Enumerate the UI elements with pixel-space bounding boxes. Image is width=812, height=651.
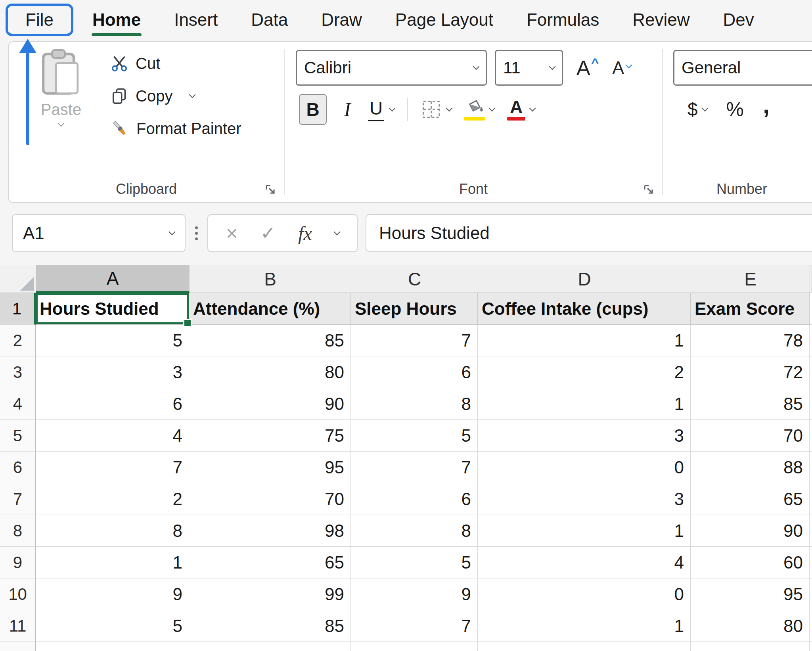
copy-button[interactable]: Copy	[110, 84, 241, 108]
row-header-4[interactable]: 4	[0, 388, 36, 420]
cell-A4[interactable]: 6	[36, 388, 189, 420]
cell-A9[interactable]: 1	[36, 547, 189, 578]
cell-C1[interactable]: Sleep Hours	[351, 293, 478, 325]
cell-B6[interactable]: 95	[189, 452, 351, 483]
formula-input[interactable]: Hours Studied	[366, 214, 812, 252]
cell-B4[interactable]: 90	[189, 388, 351, 420]
column-header-B[interactable]: B	[190, 265, 351, 293]
cell-E8[interactable]: 90	[691, 515, 810, 547]
fill-handle[interactable]	[183, 319, 192, 327]
cell-B9[interactable]: 65	[189, 547, 351, 578]
cell-E11[interactable]: 80	[691, 610, 810, 642]
cell-E7[interactable]: 65	[691, 483, 810, 515]
fill-color-button[interactable]	[464, 98, 494, 121]
underline-button[interactable]: U	[368, 98, 395, 121]
cell-E2[interactable]: 78	[691, 325, 810, 356]
cell-D9[interactable]: 4	[478, 547, 691, 578]
cell-A8[interactable]: 8	[36, 515, 189, 547]
cell-partial[interactable]	[351, 642, 478, 651]
cell-C10[interactable]: 9	[351, 578, 478, 610]
row-header-2[interactable]: 2	[0, 325, 36, 356]
tab-formulas[interactable]: Formulas	[510, 10, 616, 30]
cell-A6[interactable]: 7	[36, 452, 189, 483]
cell-D1[interactable]: Coffee Intake (cups)	[478, 293, 691, 325]
tab-file[interactable]: File	[6, 4, 73, 36]
cell-B10[interactable]: 99	[189, 578, 351, 610]
select-all-button[interactable]	[0, 265, 36, 293]
font-size-select[interactable]: 11	[495, 50, 563, 86]
comma-style-button[interactable]: ,	[763, 91, 770, 119]
cell-E10[interactable]: 95	[691, 578, 810, 610]
row-header-3[interactable]: 3	[0, 356, 36, 388]
cell-D11[interactable]: 1	[478, 610, 691, 642]
row-header-11[interactable]: 11	[0, 610, 36, 642]
column-header-C[interactable]: C	[351, 265, 478, 293]
clipboard-dialog-launcher[interactable]	[264, 183, 278, 197]
cell-A3[interactable]: 3	[36, 356, 189, 388]
cell-partial[interactable]	[478, 642, 691, 651]
cell-A5[interactable]: 4	[36, 420, 189, 452]
cell-C3[interactable]: 6	[351, 356, 478, 388]
formula-bar-grip[interactable]	[193, 226, 199, 240]
cell-B3[interactable]: 80	[189, 356, 351, 388]
font-dialog-launcher[interactable]	[642, 183, 656, 197]
cell-E5[interactable]: 70	[691, 420, 810, 452]
tab-home[interactable]: Home	[76, 10, 157, 30]
font-name-select[interactable]: Calibri	[296, 50, 487, 86]
cell-A2[interactable]: 5	[36, 325, 189, 356]
cell-E1[interactable]: Exam Score	[691, 293, 810, 325]
cell-E9[interactable]: 60	[691, 547, 810, 578]
cell-partial[interactable]	[810, 388, 812, 420]
cell-B8[interactable]: 98	[189, 515, 351, 547]
cell-B2[interactable]: 85	[189, 325, 351, 356]
tab-review[interactable]: Review	[616, 10, 706, 30]
cancel-icon[interactable]: ×	[226, 223, 237, 243]
insert-function-icon[interactable]: fx	[298, 222, 312, 244]
row-header-8[interactable]: 8	[0, 515, 36, 547]
tab-developer[interactable]: Dev	[707, 10, 771, 30]
cell-C2[interactable]: 7	[351, 325, 478, 356]
row-header-6[interactable]: 6	[0, 452, 36, 483]
tab-data[interactable]: Data	[234, 10, 304, 30]
column-header-D[interactable]: D	[478, 265, 691, 293]
cell-D4[interactable]: 1	[478, 388, 691, 420]
cell-partial[interactable]	[189, 642, 351, 651]
tab-page-layout[interactable]: Page Layout	[379, 10, 510, 30]
cell-partial[interactable]	[810, 293, 812, 325]
cell-partial[interactable]	[810, 578, 812, 610]
cell-partial[interactable]	[810, 610, 812, 642]
column-header-E[interactable]: E	[691, 265, 810, 293]
borders-button[interactable]	[421, 99, 452, 120]
row-header-1[interactable]: 1	[0, 293, 36, 325]
tab-insert[interactable]: Insert	[157, 10, 234, 30]
cell-D8[interactable]: 1	[478, 515, 691, 547]
cell-B7[interactable]: 70	[189, 483, 351, 515]
tab-draw[interactable]: Draw	[304, 10, 379, 30]
cut-button[interactable]: Cut	[110, 52, 241, 75]
font-color-button[interactable]: A	[507, 98, 535, 121]
name-box[interactable]: A1	[12, 214, 186, 252]
italic-button[interactable]: I	[339, 98, 355, 121]
cell-D5[interactable]: 3	[478, 420, 691, 452]
cell-D7[interactable]: 3	[478, 483, 691, 515]
cell-A7[interactable]: 2	[36, 483, 189, 515]
cell-partial[interactable]	[810, 356, 812, 388]
format-painter-button[interactable]: Format Painter	[110, 117, 241, 140]
cell-A10[interactable]: 9	[36, 578, 189, 610]
cell-C9[interactable]: 5	[351, 547, 478, 578]
cell-C5[interactable]: 5	[351, 420, 478, 452]
row-header-9[interactable]: 9	[0, 547, 36, 578]
cell-D2[interactable]: 1	[478, 325, 691, 356]
cell-E6[interactable]: 88	[691, 452, 810, 483]
number-format-select[interactable]: General	[673, 50, 812, 86]
cell-E4[interactable]: 85	[691, 388, 810, 420]
paste-button[interactable]: Paste	[29, 48, 93, 140]
row-header-partial[interactable]	[0, 642, 36, 651]
cell-partial[interactable]	[691, 642, 810, 651]
cell-D10[interactable]: 0	[478, 578, 691, 610]
cell-C11[interactable]: 7	[351, 610, 478, 642]
bold-button[interactable]: B	[299, 94, 327, 125]
cell-partial[interactable]	[810, 483, 812, 515]
cell-C7[interactable]: 6	[351, 483, 478, 515]
increase-font-size-button[interactable]: A ^	[576, 57, 599, 78]
